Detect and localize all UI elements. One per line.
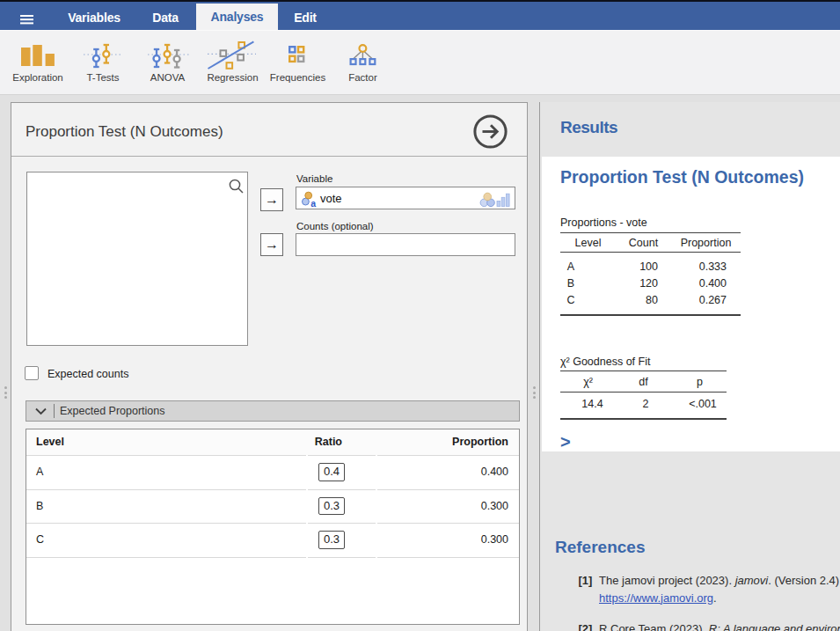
svg-text:a: a — [310, 198, 316, 209]
